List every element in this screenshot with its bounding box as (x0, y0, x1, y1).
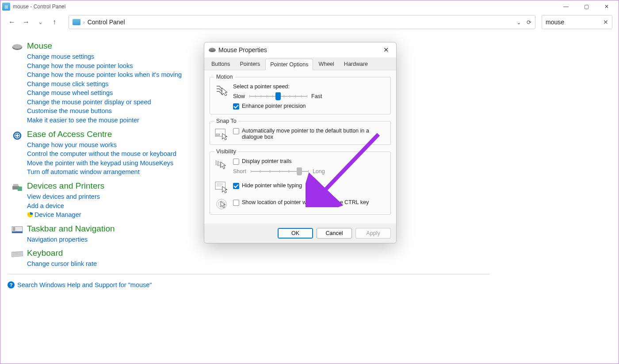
ease-of-access-icon (8, 129, 27, 177)
hide-pointer-icon (214, 181, 229, 193)
close-button[interactable]: ✕ (596, 0, 617, 13)
recent-dropdown[interactable]: ⌄ (35, 17, 46, 27)
slow-label: Slow (233, 93, 245, 99)
snap-to-group: Snap To Automatically move pointer to th… (210, 118, 391, 145)
pointer-trails-checkbox[interactable] (233, 159, 239, 165)
long-label: Long (313, 168, 325, 174)
hide-pointer-label: Hide pointer while typing (242, 182, 302, 189)
pointer-trails-icon (214, 158, 229, 176)
help-icon: ? (8, 281, 15, 288)
maximize-button[interactable]: ▢ (576, 0, 596, 13)
trail-length-slider (251, 167, 308, 175)
ctrl-locate-label: Show location of pointer when I press th… (242, 199, 369, 205)
cancel-button[interactable]: Cancel (317, 228, 352, 239)
motion-group: Motion Select a pointer speed: Slow Fas (210, 74, 391, 114)
pointer-trails-label: Display pointer trails (242, 158, 292, 164)
tab-hardware[interactable]: Hardware (340, 59, 372, 70)
forward-button[interactable]: → (21, 17, 31, 27)
tab-wheel[interactable]: Wheel (314, 59, 338, 70)
fast-label: Fast (311, 93, 322, 99)
group-keyboard: Keyboard Change cursor blink rate (8, 248, 611, 269)
visibility-legend: Visibility (214, 148, 238, 155)
divider (8, 274, 489, 274)
tab-strip: Buttons Pointers Pointer Options Wheel H… (204, 57, 396, 70)
address-bar[interactable]: › Control Panel ⌄ ⟳ (69, 15, 535, 29)
svg-rect-17 (216, 134, 219, 136)
snap-to-checkbox[interactable] (233, 128, 239, 134)
svg-rect-12 (13, 230, 15, 231)
clear-search-button[interactable]: ✕ (603, 19, 608, 26)
enhance-precision-checkbox[interactable] (233, 103, 239, 110)
back-button[interactable]: ← (7, 17, 17, 27)
svg-point-1 (13, 44, 22, 49)
tab-buttons[interactable]: Buttons (207, 59, 234, 70)
shield-icon (27, 212, 33, 218)
mouse-icon (8, 41, 27, 125)
svg-rect-11 (13, 228, 15, 229)
devices-printers-icon (8, 181, 27, 220)
navigation-bar: ← → ⌄ ↑ › Control Panel ⌄ ⟳ mouse ✕ (0, 13, 619, 31)
up-button[interactable]: ↑ (49, 17, 60, 27)
control-panel-icon: ⊞ (2, 3, 10, 11)
keyboard-icon (8, 248, 27, 269)
control-panel-icon (73, 19, 80, 25)
enhance-precision-label: Enhance pointer precision (242, 103, 306, 109)
snap-to-icon (214, 128, 229, 140)
tab-pointer-options[interactable]: Pointer Options (265, 59, 313, 70)
taskbar-icon (8, 224, 27, 244)
chevron-right-icon: › (83, 19, 85, 25)
snap-to-label: Automatically move pointer to the defaul… (242, 128, 386, 140)
window-title: mouse - Control Panel (13, 4, 65, 10)
ctrl-locate-checkbox[interactable] (233, 200, 239, 206)
dialog-titlebar[interactable]: Mouse Properties ✕ (204, 42, 396, 57)
snap-to-legend: Snap To (214, 118, 238, 124)
pointer-speed-label: Select a pointer speed: (233, 83, 386, 90)
breadcrumb[interactable]: Control Panel (88, 19, 125, 26)
window-titlebar: ⊞ mouse - Control Panel — ▢ ✕ (0, 0, 619, 13)
dialog-title: Mouse Properties (218, 46, 267, 53)
apply-button: Apply (355, 228, 391, 239)
refresh-button[interactable]: ⟳ (527, 19, 531, 26)
ok-button[interactable]: OK (278, 228, 313, 239)
ctrl-locate-icon (214, 197, 229, 210)
motion-legend: Motion (214, 74, 235, 80)
minimize-button[interactable]: — (556, 0, 576, 13)
pointer-speed-slider[interactable] (249, 92, 307, 100)
help-link[interactable]: ? Search Windows Help and Support for "m… (8, 280, 611, 290)
pointer-speed-icon (214, 83, 229, 110)
svg-rect-7 (18, 186, 22, 191)
svg-rect-9 (12, 231, 23, 233)
short-label: Short (233, 168, 246, 174)
search-value: mouse (546, 19, 564, 26)
mouse-properties-dialog: Mouse Properties ✕ Buttons Pointers Poin… (204, 42, 397, 243)
visibility-group: Visibility Display pointer trails Short (210, 148, 391, 215)
svg-rect-10 (13, 227, 15, 228)
svg-rect-6 (13, 184, 19, 186)
group-title: Keyboard (27, 248, 611, 258)
search-input[interactable]: mouse ✕ (542, 15, 612, 29)
mouse-icon (209, 48, 216, 52)
dialog-close-button[interactable]: ✕ (380, 46, 392, 54)
tab-pointers[interactable]: Pointers (235, 59, 264, 70)
link-cursor-blink-rate[interactable]: Change cursor blink rate (27, 259, 611, 269)
hide-pointer-checkbox[interactable] (233, 183, 239, 189)
address-dropdown[interactable]: ⌄ (516, 19, 521, 26)
